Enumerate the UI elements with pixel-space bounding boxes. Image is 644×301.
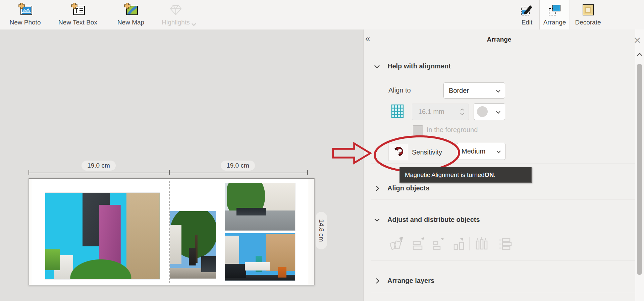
magnetic-alignment-tooltip: Magnetic Alignment is turned ON. <box>399 167 532 183</box>
photo-book-editor: New Photo New Text Box <box>0 0 644 301</box>
photo-colourful-houses[interactable] <box>45 193 160 279</box>
adopt-width-icon <box>411 236 426 251</box>
sensitivity-label: Sensitivity <box>412 148 442 156</box>
magnetic-alignment-toggle[interactable] <box>388 143 408 161</box>
arrange-tab[interactable]: Arrange <box>540 2 570 28</box>
page-stack-left <box>29 179 32 285</box>
stepper-arrows <box>460 108 465 115</box>
align-objects-title[interactable]: Align objects <box>387 184 430 192</box>
sensitivity-value: Medium <box>457 147 496 155</box>
page-stack-right <box>308 179 314 285</box>
new-text-box-label: New Text Box <box>58 19 97 26</box>
adjust-distribute-title[interactable]: Adjust and distribute objects <box>387 216 480 224</box>
align-to-value: Border <box>444 87 496 95</box>
photo-terraced-street[interactable] <box>225 183 295 231</box>
photo-book-spread <box>29 178 315 285</box>
color-swatch-circle <box>477 106 488 117</box>
highlights-chevron-down-icon <box>191 21 197 27</box>
tooltip-bold-text: ON <box>485 171 494 179</box>
adjust-section-chevron-down-icon[interactable] <box>374 218 380 222</box>
page-height-badge: 14.8 cm <box>316 212 327 249</box>
new-map-icon <box>123 2 139 18</box>
sensitivity-dropdown[interactable]: Medium <box>457 143 505 160</box>
grid-spacing-stepper: 16.1 mm <box>412 104 469 120</box>
arrange-layers-title[interactable]: Arrange layers <box>387 277 434 285</box>
chevron-down-icon <box>460 113 465 115</box>
grid-spacing-value: 16.1 mm <box>412 108 460 116</box>
new-photo-label: New Photo <box>10 19 41 26</box>
section-divider <box>371 199 635 199</box>
photo-person-walking[interactable] <box>170 211 216 279</box>
left-page-width-badge: 19.0 cm <box>82 161 116 171</box>
tooltip-text: Magnetic Alignment is turned <box>405 171 485 179</box>
distribute-vertically-icon <box>498 236 513 251</box>
arrange-label: Arrange <box>543 19 566 26</box>
toolbar-separator <box>570 0 570 29</box>
section-divider <box>371 164 635 164</box>
ruler-tick-right <box>307 170 308 175</box>
adopt-size-icon <box>431 236 446 251</box>
help-section-chevron-down-icon[interactable] <box>374 64 380 68</box>
arrange-icon <box>547 2 562 18</box>
adopt-rotation-icon <box>389 236 404 251</box>
edit-label: Edit <box>522 19 533 26</box>
decorate-label: Decorate <box>575 19 601 26</box>
in-foreground-checkbox <box>413 125 423 135</box>
new-map-button[interactable]: New Map <box>112 2 149 28</box>
ruler-tick-left <box>29 170 29 175</box>
chevron-down-icon <box>496 87 501 95</box>
distribute-horizontally-icon <box>474 236 488 251</box>
new-text-box-button[interactable]: New Text Box <box>56 2 100 28</box>
grid-color-dropdown[interactable] <box>474 103 505 120</box>
new-map-label: New Map <box>117 19 144 26</box>
magnet-icon <box>393 146 404 159</box>
section-divider <box>371 260 635 260</box>
horizontal-ruler <box>29 173 308 173</box>
scrollbar-thumb[interactable] <box>637 64 642 275</box>
highlights-label: Highlights <box>162 19 190 26</box>
new-photo-button[interactable]: New Photo <box>5 2 45 28</box>
ruler-tick-middle <box>169 170 170 175</box>
chevron-down-icon <box>496 108 501 116</box>
grid-icon <box>391 104 404 120</box>
adopt-height-icon <box>451 236 466 251</box>
chevron-up-icon <box>460 108 465 111</box>
align-to-label: Align to <box>388 86 411 94</box>
new-photo-icon <box>17 2 33 18</box>
align-objects-chevron-right-icon[interactable] <box>376 185 382 189</box>
icon-group-separator <box>469 237 470 250</box>
top-toolbar: New Photo New Text Box <box>0 0 644 30</box>
highlights-button: Highlights <box>157 2 194 28</box>
scrollbar-up-arrow[interactable] <box>636 52 643 57</box>
chevron-down-icon <box>496 147 501 155</box>
help-section-title[interactable]: Help with alignment <box>387 62 451 70</box>
panel-title: Arrange <box>363 36 635 43</box>
tooltip-period: . <box>494 171 495 179</box>
decorate-icon <box>580 2 596 18</box>
design-canvas: 19.0 cm 19.0 cm 14.8 cm <box>0 29 363 301</box>
right-page-width-badge: 19.0 cm <box>221 161 255 171</box>
new-text-box-icon <box>70 2 86 18</box>
photo-market-street[interactable] <box>225 233 295 281</box>
arrange-layers-chevron-right-icon[interactable] <box>376 278 382 282</box>
in-foreground-label: In the foreground <box>427 126 478 134</box>
panel-close-button[interactable]: ✕ <box>632 35 643 46</box>
edit-icon <box>519 2 535 18</box>
highlights-diamond-icon <box>168 2 183 18</box>
edit-tab[interactable]: Edit <box>514 2 540 28</box>
section-divider <box>371 292 635 292</box>
align-to-dropdown[interactable]: Border <box>443 82 505 99</box>
decorate-tab[interactable]: Decorate <box>572 2 604 28</box>
